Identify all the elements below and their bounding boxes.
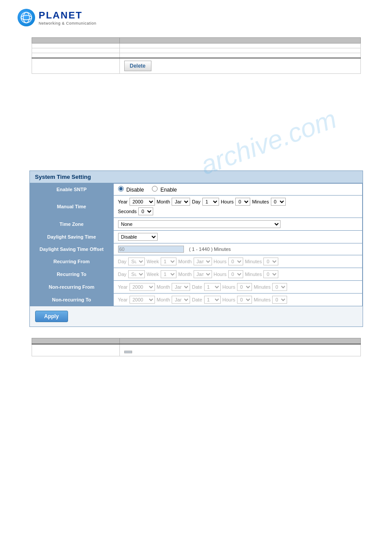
hours-select[interactable]: 0 (235, 198, 250, 206)
dst-offset-hint: ( 1 - 1440 ) Minutes (189, 247, 231, 252)
day-label: Day (192, 199, 201, 204)
top-row2-col2 (119, 48, 360, 53)
rec-to-week-label: Week (147, 272, 159, 277)
rec-from-day-select[interactable]: Sun (128, 258, 145, 265)
non-recurring-from-row: Non-recurring From Year 2000 Month Jan D… (30, 281, 362, 294)
dst-select[interactable]: Disable Enable (118, 233, 158, 241)
rec-from-hours-label: Hours (214, 259, 227, 264)
sntp-enable-label: Enable (161, 187, 177, 193)
rec-to-month-label: Month (178, 272, 192, 277)
rec-to-hours-select[interactable]: 0 (228, 270, 243, 278)
table-row (32, 48, 360, 53)
nrec-from-hours-select[interactable]: 0 (237, 283, 252, 291)
mini-button[interactable] (124, 351, 132, 353)
rec-from-minutes-select[interactable]: 0 (263, 258, 278, 265)
nrec-to-minutes-select[interactable]: 0 (272, 296, 287, 304)
year-select[interactable]: 2000 (129, 198, 155, 206)
seconds-label: Seconds (118, 209, 137, 214)
non-recurring-from-value: Year 2000 Month Jan Date 1 (113, 281, 362, 294)
rec-from-month-select[interactable]: Jan (194, 258, 212, 265)
nrec-from-year-label: Year (118, 284, 128, 290)
nrec-from-date-label: Date (192, 284, 202, 290)
delete-button[interactable]: Delete (124, 61, 151, 71)
top-row4-col1 (32, 58, 119, 74)
nrec-to-year-select[interactable]: 2000 (129, 296, 155, 304)
month-select[interactable]: Jan (172, 198, 190, 206)
manual-time-row: Manual Time Year 2000 Month Jan Day (30, 196, 362, 218)
enable-sntp-row: Enable SNTP Disable Enable (30, 184, 362, 196)
sntp-enable-option[interactable]: Enable (152, 187, 177, 193)
nrec-to-hours-select[interactable]: 0 (237, 296, 252, 304)
timezone-select[interactable]: None (118, 220, 281, 228)
dst-offset-row: Daylight Saving Time Offset ( 1 - 1440 )… (30, 243, 362, 255)
nrec-to-date-select[interactable]: 1 (204, 296, 221, 304)
rec-from-week-select[interactable]: 1 (161, 258, 176, 265)
rec-to-day-label: Day (118, 272, 127, 277)
top-row2-col1 (32, 48, 119, 53)
bottom-row1-col2 (119, 344, 360, 356)
sntp-enable-radio[interactable] (152, 186, 158, 192)
svg-point-2 (21, 15, 32, 20)
rec-from-week-label: Week (147, 259, 159, 264)
top-row3-col2 (119, 53, 360, 58)
rec-to-minutes-label: Minutes (245, 272, 262, 277)
rec-to-hours-label: Hours (214, 272, 227, 277)
nrec-to-month-select[interactable]: Jan (172, 296, 190, 304)
non-recurring-to-value: Year 2000 Month Jan Date 1 (113, 294, 362, 306)
recurring-from-value: Day Sun Week 1 Month Jan (113, 255, 362, 268)
timezone-row: Time Zone None (30, 218, 362, 231)
brand-sub: Networking & Communication (39, 21, 97, 25)
non-recurring-to-row: Non-recurring To Year 2000 Month Jan Dat… (30, 294, 362, 306)
rec-to-month-select[interactable]: Jan (194, 270, 212, 278)
timezone-value: None (113, 218, 362, 231)
timezone-label: Time Zone (30, 218, 113, 231)
sntp-disable-radio[interactable] (118, 186, 124, 192)
nrec-from-month-select[interactable]: Jan (172, 283, 190, 291)
hours-label: Hours (221, 199, 234, 204)
bottom-table-col1-header (32, 338, 119, 345)
non-recurring-from-label: Non-recurring From (30, 281, 113, 294)
logo-area: PLANET Networking & Communication (9, 4, 383, 33)
nrec-to-hours-label: Hours (223, 297, 235, 302)
seconds-select[interactable]: 0 (138, 207, 153, 215)
recurring-to-row: Recurring To Day Sun Week 1 Month (30, 268, 362, 281)
sntp-disable-option[interactable]: Disable (118, 187, 146, 193)
watermark-text: archive.com (197, 104, 341, 181)
year-label: Year (118, 199, 128, 204)
panel-table: Enable SNTP Disable Enable (30, 183, 363, 306)
dst-offset-value: ( 1 - 1440 ) Minutes (113, 243, 362, 255)
apply-button-area: Apply (30, 306, 363, 326)
table-row (32, 53, 360, 58)
nrec-from-year-select[interactable]: 2000 (129, 283, 155, 291)
dst-row: Daylight Saving Time Disable Enable (30, 231, 362, 243)
table-row (32, 44, 360, 48)
bottom-table-row (32, 344, 360, 356)
top-row4-col2: Delete (119, 58, 360, 74)
recurring-to-inline: Day Sun Week 1 Month Jan (118, 270, 358, 278)
nrec-from-date-select[interactable]: 1 (204, 283, 221, 291)
day-select[interactable]: 1 (202, 198, 219, 206)
dst-label: Daylight Saving Time (30, 231, 113, 243)
rec-from-minutes-label: Minutes (245, 259, 262, 264)
nrec-from-minutes-select[interactable]: 0 (272, 283, 287, 291)
rec-to-week-select[interactable]: 1 (161, 270, 176, 278)
nrec-to-year-label: Year (118, 297, 128, 302)
svg-point-0 (21, 12, 32, 23)
top-info-table: Delete (32, 37, 361, 74)
manual-time-bottom: Seconds 0 (118, 207, 358, 215)
nrec-to-minutes-label: Minutes (254, 297, 271, 302)
manual-time-label: Manual Time (30, 196, 113, 218)
system-time-panel: System Time Setting Enable SNTP Disable (29, 170, 363, 327)
watermark-area: archive.com (9, 83, 383, 170)
apply-button[interactable]: Apply (35, 311, 68, 322)
minutes-select[interactable]: 0 (271, 198, 286, 206)
rec-to-minutes-select[interactable]: 0 (263, 270, 278, 278)
rec-from-hours-select[interactable]: 0 (228, 258, 243, 265)
top-row1-col1 (32, 44, 119, 48)
dst-offset-inline: ( 1 - 1440 ) Minutes (118, 246, 358, 253)
rec-to-day-select[interactable]: Sun (128, 270, 145, 278)
dst-offset-input[interactable] (118, 246, 184, 253)
top-row1-col2 (119, 44, 360, 48)
brand-name: PLANET (39, 10, 97, 21)
nrec-to-date-label: Date (192, 297, 202, 302)
